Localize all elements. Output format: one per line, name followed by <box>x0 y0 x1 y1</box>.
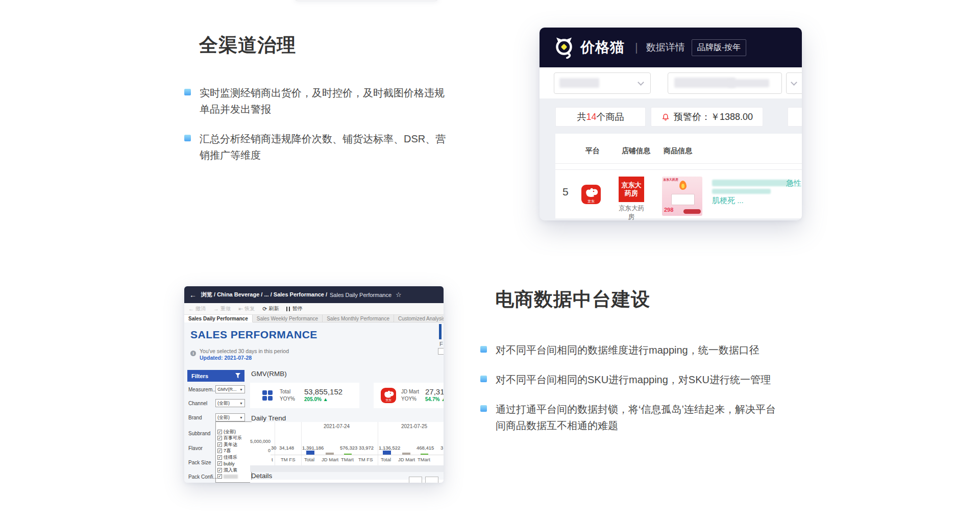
product-title-tail[interactable]: 急性 <box>786 179 801 188</box>
total-yoy-value: 205.0% ▲ <box>304 396 342 403</box>
restore-button[interactable]: ⇤ 恢复 <box>238 305 255 312</box>
measure-combo[interactable]: GMV(R... ▼ <box>215 385 245 393</box>
pause-button[interactable]: 暂停 <box>286 305 302 312</box>
combo-arrow-icon: ▼ <box>239 388 243 391</box>
bar-total <box>383 451 391 455</box>
pricecat-filter-row <box>540 67 802 98</box>
count-prefix: 共 <box>577 111 586 123</box>
flavor-label: Flavor <box>188 445 203 451</box>
option-row[interactable]: ✓ 7喜 <box>216 448 251 455</box>
header-divider: | <box>635 41 638 54</box>
filter-dropdown-2[interactable] <box>668 72 782 94</box>
landing-page: 全渠道治理 实时监测经销商出货价，及时控价，及时截图价格违规单品并发出警报 汇总… <box>0 0 980 522</box>
bullet-item: 汇总分析经销商违规降价次数、铺货达标率、DSR、营销推广等维度 <box>184 131 450 163</box>
filter-dropdown-3[interactable] <box>786 72 802 94</box>
refresh-label: 刷新 <box>268 305 279 312</box>
checkbox-checked-icon[interactable]: ✓ <box>217 449 222 453</box>
checkbox-checked-icon[interactable]: ✓ <box>217 442 222 447</box>
column-divider <box>301 422 302 465</box>
alert-price: ￥1388.00 <box>710 111 753 123</box>
bar-label: TM FS <box>358 457 373 462</box>
period-info: You've selected 30 days in this period <box>200 348 289 354</box>
bullet-marker-icon <box>184 89 191 95</box>
undo-button[interactable]: ← 撤消 <box>188 305 206 312</box>
option-row[interactable]: ✓ 混入装 <box>216 467 251 474</box>
option-row[interactable]: ✓ (全部) <box>216 429 251 435</box>
option-row[interactable]: ✓ 佳得乐 <box>216 454 251 461</box>
clipped-option-blob <box>224 475 238 479</box>
total-grid-icon <box>262 390 273 401</box>
product-image: 京东大药房 298 <box>662 177 702 216</box>
pricecat-app-screenshot: 价格猫 | 数据详情 品牌版-按年 共 14 个商品 <box>540 28 802 220</box>
alert-bell-icon <box>661 112 670 121</box>
checkbox-checked-icon[interactable]: ✓ <box>217 430 222 434</box>
product-box-art <box>671 194 695 205</box>
jdmart-yoy-label: YOY% <box>401 395 419 403</box>
date-header-2: 2021-07-25 <box>401 424 427 429</box>
redacted-text-blob <box>674 78 736 88</box>
bar-label: TM FS <box>281 457 296 462</box>
checkbox-checked-icon[interactable]: ✓ <box>217 461 222 466</box>
redo-button[interactable]: → 重做 <box>213 305 231 312</box>
checkbox-checked-icon[interactable]: ✓ <box>217 468 222 473</box>
back-arrow-icon[interactable]: ← <box>189 291 197 299</box>
option-row[interactable]: ✓ 美年达 <box>216 441 251 448</box>
redo-icon: → <box>213 306 219 312</box>
option-row[interactable]: ✓ 百事可乐 <box>216 435 251 442</box>
option-label: 百事可乐 <box>224 435 242 441</box>
jdmart-value: 27,313,8 <box>425 388 444 396</box>
option-label: 混入装 <box>224 467 237 474</box>
chart-scrollbar-track[interactable] <box>250 465 444 472</box>
pricecat-header: 价格猫 | 数据详情 品牌版-按年 <box>540 28 802 67</box>
checkbox-checked-icon[interactable]: ✓ <box>217 455 222 460</box>
filters-header: Filters <box>187 370 244 382</box>
combo-arrow-icon: ▼ <box>239 416 243 419</box>
product-title-line2[interactable]: 肌梗死 ... <box>712 196 744 206</box>
stat-box-partial <box>788 107 802 127</box>
report-title: SALES PERFORMANCE <box>190 329 317 341</box>
gmv-card-jdmart: 京东 JD Mart YOY% 27,313,8 54.7% ▲ <box>374 383 444 408</box>
pricecat-cat-logo-icon <box>553 36 575 59</box>
column-header-product: 商品信息 <box>664 146 692 156</box>
favorite-star-icon[interactable]: ☆ <box>396 291 402 299</box>
breadcrumb[interactable]: 浏览 / China Beverage / ... / Sales Perfor… <box>201 291 327 299</box>
bullet-text: 通过打通平台间的数据封锁，将‘信息孤岛’连结起来，解决平台间商品数据互不相通的难… <box>496 401 784 434</box>
filter-dropdown-1[interactable] <box>554 72 651 94</box>
checkbox-checked-icon[interactable]: ✓ <box>217 436 222 440</box>
clipped-control-box <box>409 477 422 483</box>
redacted-text-blob <box>728 79 769 87</box>
tab-sales-weekly[interactable]: Sales Weekly Performance <box>253 315 323 322</box>
promo-pill <box>683 209 701 214</box>
bullet-item: 实时监测经销商出货价，及时控价，及时截图价格违规单品并发出警报 <box>184 85 450 117</box>
refresh-button[interactable]: ⟳ 刷新 <box>262 305 279 312</box>
nav-version-tag[interactable]: 品牌版-按年 <box>692 39 746 56</box>
redacted-title-blob <box>712 189 771 194</box>
gmv-card-total: Total YOY% 53,855,152 205.0% ▲ <box>250 383 359 408</box>
nav-data-detail[interactable]: 数据详情 <box>646 41 685 54</box>
channel-combo[interactable]: (全部) ▼ <box>215 399 245 407</box>
filters-title: Filters <box>191 373 208 379</box>
bullet-text: 汇总分析经销商违规降价次数、铺货达标率、DSR、营销推广等维度 <box>200 131 450 163</box>
column-divider <box>275 422 275 465</box>
updated-info: Updated: 2021-07-28 <box>200 355 252 361</box>
dashboard-screenshot: ← 浏览 / China Beverage / ... / Sales Perf… <box>184 286 444 483</box>
shop-logo: 京东大药房 <box>619 177 644 202</box>
packsize-label: Pack Size <box>188 460 211 465</box>
checkbox-checked-icon[interactable]: ✓ <box>217 474 222 479</box>
bar-label: JD Mart <box>398 457 415 462</box>
option-row[interactable]: ✓ bubly <box>216 461 251 467</box>
tab-sales-monthly[interactable]: Sales Monthly Performance <box>323 315 394 322</box>
bullet-text: 对不同平台间相同的数据维度进行mapping，统一数据口径 <box>496 342 760 358</box>
bullet-marker-icon <box>480 376 487 382</box>
channel-value: (全部) <box>217 400 230 407</box>
tab-customized[interactable]: Customized Analysis <box>394 315 444 322</box>
product-count-box: 共 14 个商品 <box>555 107 646 127</box>
channel-governance-bullets: 实时监测经销商出货价，及时控价，及时截图价格违规单品并发出警报 汇总分析经销商违… <box>184 85 450 177</box>
channel-governance-title: 全渠道治理 <box>199 33 296 58</box>
bullet-marker-icon <box>480 405 487 412</box>
tab-sales-daily[interactable]: Sales Daily Performance <box>184 315 253 322</box>
bar-total <box>306 451 314 455</box>
option-row-clipped[interactable]: ✓ <box>216 474 251 480</box>
jd-app-icon: 京东 <box>381 388 396 403</box>
brand-combo[interactable]: (全部) ▼ <box>215 413 245 421</box>
